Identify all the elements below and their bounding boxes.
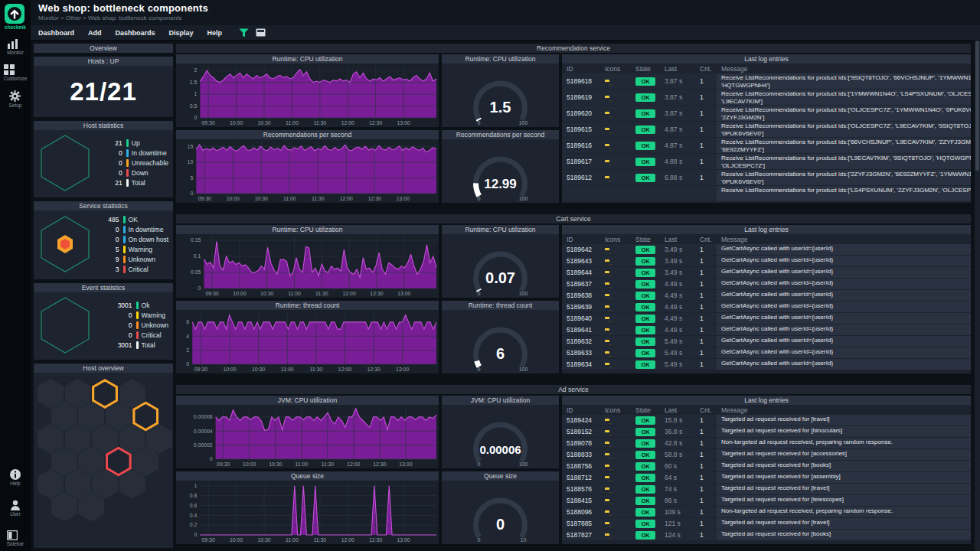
log-last: 64 s <box>660 474 695 481</box>
gauge-panel[interactable]: Recommendations per second12.990100 <box>442 130 559 203</box>
log-row[interactable]: Receive ListRecommendations for product … <box>562 186 971 201</box>
svg-text:0.07: 0.07 <box>485 269 515 286</box>
page-scrollbar[interactable] <box>975 41 980 551</box>
service-hexagon-icon[interactable] <box>40 215 90 273</box>
log-row[interactable]: 5188756→OK60 s1Targeted ad request recei… <box>562 461 971 471</box>
log-last: 4.88 s <box>660 158 695 165</box>
gauge-panel[interactable]: Queue size0010 <box>442 471 559 544</box>
legend-color-bar <box>123 266 126 273</box>
hosts-up-panel[interactable]: Hosts : UP 21/21 <box>34 57 173 117</box>
log-count: 1 <box>695 474 717 481</box>
legend-row: 0In downtime <box>96 224 168 234</box>
svg-text:10:30: 10:30 <box>255 196 268 201</box>
log-row[interactable]: 5189632→OK5.49 s1GetCartAsync called wit… <box>562 336 971 347</box>
graph-panel[interactable]: Runtime: CPU utilization00.050.10.1509:3… <box>176 225 439 298</box>
log-message: Receive ListRecommendations for product … <box>717 154 971 169</box>
gauge-panel[interactable]: Runtime: thread count60100 <box>442 301 559 373</box>
log-row[interactable]: 5189641→OK4.49 s1GetCartAsync called wit… <box>562 324 971 335</box>
log-row[interactable]: 5188576→OK74 s1Targeted ad request recei… <box>562 484 971 494</box>
event-hexagon-icon[interactable] <box>40 296 90 354</box>
log-message: Receive ListRecommendations for product … <box>717 170 971 185</box>
log-row[interactable]: 5189644→OK3.49 s1GetCartAsync called wit… <box>562 267 971 278</box>
log-row[interactable]: 5189424→OK15.8 s1Targeted ad request rec… <box>562 415 971 425</box>
log-row[interactable]: 5189615→OK4.87 s1Receive ListRecommendat… <box>562 122 971 137</box>
log-state-cell: OK <box>631 269 660 277</box>
legend-color-bar <box>123 256 126 263</box>
legend-row: 5Warning <box>96 244 168 254</box>
menu-item-help[interactable]: Help <box>207 29 223 37</box>
gauge-title: JVM: CPU utilization <box>442 396 559 405</box>
log-row[interactable]: 5189633→OK5.49 s1GetCartAsync called wit… <box>562 347 971 358</box>
svg-text:13:00: 13:00 <box>397 120 410 126</box>
log-row[interactable]: 5189643→OK3.49 s1GetCartAsync called wit… <box>562 256 971 266</box>
graph-panel[interactable]: Runtime: CPU utilization00.511.5209:3010… <box>176 54 439 127</box>
log-column-header: State <box>631 236 660 243</box>
log-row[interactable]: 5189617→OK4.88 s1Receive ListRecommendat… <box>562 154 971 169</box>
gauge-panel[interactable]: Runtime: CPU utilization1.50100 <box>442 54 559 127</box>
log-row[interactable]: 5187827→OK124 s1Targeted ad request rece… <box>562 530 971 540</box>
svg-text:15: 15 <box>188 144 194 149</box>
log-last: 86 s <box>660 497 695 504</box>
nav-item-setup[interactable]: Setup <box>9 90 22 108</box>
graph-panel[interactable]: Runtime: thread count024609:3010:0010:30… <box>176 301 439 373</box>
log-row[interactable]: 5189638→OK4.49 s1GetCartAsync called wit… <box>562 290 971 301</box>
gauge-panel[interactable]: Runtime: CPU utilization0.070100 <box>442 225 559 298</box>
nav-item-help[interactable]: Help <box>10 469 21 486</box>
menu-item-add[interactable]: Add <box>88 29 102 37</box>
nav-item-sidebar[interactable]: Sidebar <box>7 530 24 546</box>
host-overview-hexgrid <box>34 373 173 547</box>
menu-item-dashboard[interactable]: Dashboard <box>38 29 74 37</box>
log-last: 4.49 s <box>660 303 695 311</box>
nav-item-customize[interactable]: Customize <box>4 64 28 81</box>
graphs-column: JVM: CPU utilization00.000020.000040.000… <box>176 396 439 544</box>
nav-item-monitor[interactable]: Monitor <box>7 39 24 55</box>
legend-row: 0Down <box>100 168 168 178</box>
host-hexagon-icon[interactable] <box>40 134 90 192</box>
log-count: 1 <box>695 462 717 470</box>
log-id: 5189620 <box>562 109 600 117</box>
log-row[interactable]: 5189637→OK4.49 s1GetCartAsync called wit… <box>562 279 971 289</box>
nav-item-user[interactable]: User <box>10 500 21 517</box>
log-row[interactable]: 5189618→OK3.87 s1Receive ListRecommendat… <box>562 73 971 89</box>
svg-text:100: 100 <box>519 196 528 201</box>
svg-text:0: 0 <box>478 461 481 467</box>
filter-funnel-icon[interactable] <box>239 28 249 37</box>
checkmk-logo[interactable]: checkmk <box>5 4 26 30</box>
log-row[interactable]: 5189078→OK42.8 s1Non-targeted ad request… <box>562 438 971 448</box>
menu-item-display[interactable]: Display <box>169 29 194 37</box>
log-row[interactable]: 5189152→OK36.8 s1Targeted ad request rec… <box>562 426 971 437</box>
log-row[interactable]: 5187885→OK121 s1Targeted ad request rece… <box>562 518 971 529</box>
svg-text:4: 4 <box>186 334 189 339</box>
graph-panel[interactable]: JVM: CPU utilization00.000020.000040.000… <box>176 396 439 468</box>
folder-arrow: → <box>606 476 612 484</box>
graph-title: Runtime: CPU utilization <box>176 54 439 64</box>
log-row[interactable]: 5189634→OK5.49 s1GetCartAsync called wit… <box>562 359 971 370</box>
graph-panel[interactable]: Recommendations per second05101509:3010:… <box>176 130 439 203</box>
log-row[interactable]: 5189642→OK3.49 s1GetCartAsync called wit… <box>562 244 971 255</box>
graphs-column: Runtime: CPU utilization00.050.10.1509:3… <box>176 225 439 373</box>
view-toggle-icon[interactable] <box>256 28 266 37</box>
log-state-cell: OK <box>631 280 660 289</box>
graph-panel[interactable]: Queue size00.20.40.60.8109:3010:0010:301… <box>176 471 439 544</box>
log-row[interactable]: 5189640→OK4.49 s1GetCartAsync called wit… <box>562 313 971 324</box>
log-state-cell: OK <box>631 497 660 505</box>
log-row[interactable]: 5189620→OK3.87 s1Receive ListRecommendat… <box>562 106 971 121</box>
log-row[interactable]: 5189639→OK4.49 s1GetCartAsync called wit… <box>562 302 971 312</box>
log-last: 4.87 s <box>660 142 695 149</box>
graph-title: JVM: CPU utilization <box>176 396 439 405</box>
log-row[interactable]: 5188712→OK64 s1Targeted ad request recei… <box>562 472 971 483</box>
log-row[interactable]: 5189619→OK3.87 s1Receive ListRecommendat… <box>562 90 971 105</box>
gauge-panel[interactable]: JVM: CPU utilization0.000060100 <box>442 396 559 468</box>
page-scrollbar-thumb[interactable] <box>975 41 979 171</box>
log-state-cell: OK <box>631 126 660 134</box>
folder-arrow: → <box>606 294 612 302</box>
menu-item-dashboards[interactable]: Dashboards <box>116 29 155 37</box>
log-id: 5189634 <box>562 360 600 368</box>
log-row[interactable]: 5189612→OK6.88 s1Receive ListRecommendat… <box>562 170 971 185</box>
log-row[interactable]: 5188415→OK86 s1Targeted ad request recei… <box>562 495 971 506</box>
log-row[interactable]: 5188833→OK58.8 s1Targeted ad request rec… <box>562 449 971 460</box>
legend-label: Warning <box>129 246 152 253</box>
log-row[interactable]: 5188096→OK109 s1Non-targeted ad request … <box>562 507 971 517</box>
log-row[interactable]: 5189616→OK4.87 s1Receive ListRecommendat… <box>562 138 971 153</box>
log-count: 1 <box>695 531 717 539</box>
